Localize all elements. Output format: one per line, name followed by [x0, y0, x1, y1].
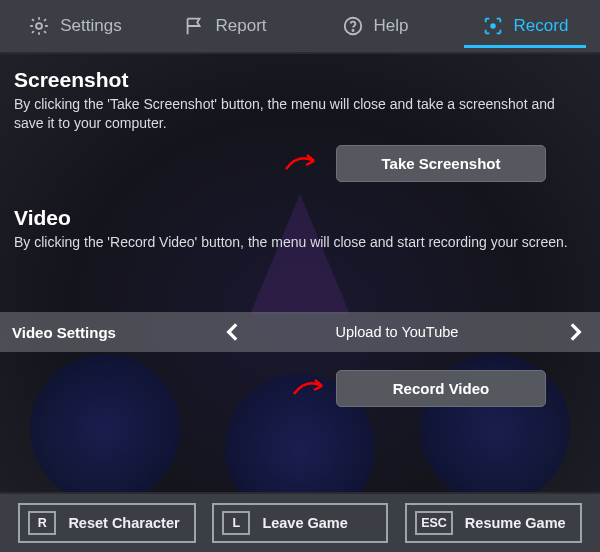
svg-point-3: [490, 23, 496, 29]
annotation-arrow-icon: [284, 151, 324, 173]
video-description: By clicking the 'Record Video' button, t…: [14, 233, 586, 252]
tab-help[interactable]: Help: [300, 0, 450, 52]
flag-icon: [183, 15, 205, 37]
video-section: Video By clicking the 'Record Video' but…: [14, 206, 586, 252]
key-hint: L: [222, 511, 250, 535]
top-tabs: Settings Report Help Record: [0, 0, 600, 54]
tab-label: Settings: [60, 16, 121, 36]
chevron-right-icon[interactable]: [562, 319, 588, 345]
footer-label: Leave Game: [262, 515, 347, 531]
tab-label: Record: [514, 16, 569, 36]
record-icon: [482, 15, 504, 37]
reset-character-button[interactable]: R Reset Character: [18, 503, 195, 543]
leave-game-button[interactable]: L Leave Game: [212, 503, 388, 543]
footer-label: Resume Game: [465, 515, 566, 531]
resume-game-button[interactable]: ESC Resume Game: [405, 503, 581, 543]
tab-label: Report: [215, 16, 266, 36]
chevron-left-icon[interactable]: [220, 319, 246, 345]
tab-report[interactable]: Report: [150, 0, 300, 52]
record-video-button[interactable]: Record Video: [336, 370, 546, 407]
screenshot-heading: Screenshot: [14, 68, 586, 92]
video-heading: Video: [14, 206, 586, 230]
screenshot-section: Screenshot By clicking the 'Take Screens…: [14, 68, 586, 182]
record-panel: Screenshot By clicking the 'Take Screens…: [0, 54, 600, 492]
video-settings-option: Upload to YouTube: [336, 324, 459, 340]
key-hint: R: [28, 511, 56, 535]
tab-label: Help: [374, 16, 409, 36]
tab-record[interactable]: Record: [450, 0, 600, 52]
take-screenshot-button[interactable]: Take Screenshot: [336, 145, 546, 182]
footer-label: Reset Character: [68, 515, 179, 531]
svg-point-2: [352, 30, 353, 31]
key-hint: ESC: [415, 511, 453, 535]
gear-icon: [28, 15, 50, 37]
screenshot-description: By clicking the 'Take Screenshot' button…: [14, 95, 586, 133]
svg-point-0: [36, 23, 42, 29]
tab-settings[interactable]: Settings: [0, 0, 150, 52]
footer-bar: R Reset Character L Leave Game ESC Resum…: [0, 492, 600, 552]
annotation-arrow-icon: [292, 376, 332, 398]
help-icon: [342, 15, 364, 37]
video-settings-bar: Video Settings Upload to YouTube: [0, 312, 600, 352]
video-settings-label: Video Settings: [12, 324, 116, 341]
